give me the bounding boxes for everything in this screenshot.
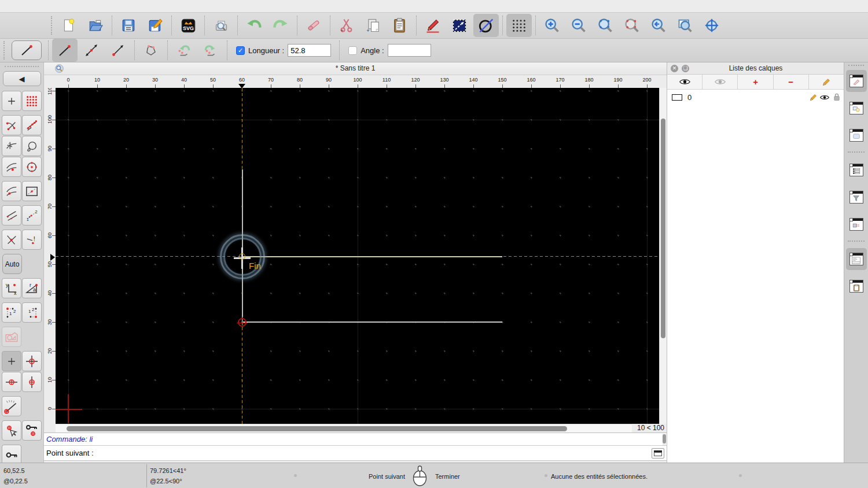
- snap-endpoints-button[interactable]: [2, 115, 21, 135]
- toolbar-handle[interactable]: [3, 41, 6, 60]
- zoom-out-button[interactable]: [566, 14, 591, 37]
- toolbar-separator: [339, 40, 340, 60]
- snap-center-button[interactable]: [22, 157, 42, 177]
- line-both-directions-button[interactable]: [79, 39, 104, 62]
- snap-distance-button[interactable]: [2, 181, 21, 201]
- snap-free-button[interactable]: [2, 91, 21, 111]
- redo-button[interactable]: [268, 14, 293, 37]
- restrict-orthogonal-button[interactable]: 12: [22, 205, 42, 225]
- snap-grid-button[interactable]: [22, 91, 42, 111]
- delete-button[interactable]: [301, 14, 326, 37]
- coordinate-polar-button[interactable]: ra: [22, 278, 42, 298]
- keyboard-toggle-button[interactable]: [652, 448, 664, 459]
- restrict-nothing-button[interactable]: [2, 327, 21, 347]
- restrict-horizontal-button[interactable]: [2, 372, 21, 392]
- layer-visible-icon[interactable]: [819, 93, 830, 102]
- relzero-free-button[interactable]: [2, 351, 21, 371]
- corner-order-1-button[interactable]: 12: [2, 302, 21, 323]
- palette-handle[interactable]: [5, 66, 39, 69]
- new-file-button[interactable]: [56, 14, 82, 37]
- cut-button[interactable]: +: [334, 14, 359, 37]
- zoom-auto-button[interactable]: [593, 14, 618, 37]
- redo-segment-button[interactable]: [198, 39, 223, 62]
- entity-line-upper[interactable]: [242, 256, 502, 257]
- draft-mode-button[interactable]: [473, 14, 499, 37]
- save-button[interactable]: [116, 14, 141, 37]
- close-polyline-button[interactable]: [138, 39, 164, 62]
- coordinate-cartesian-button[interactable]: yx: [2, 278, 21, 298]
- toggle-block-list-button[interactable]: [846, 97, 867, 119]
- angle-input[interactable]: [388, 44, 431, 57]
- toggle-clipboard-widget-button[interactable]: [846, 275, 867, 297]
- print-preview-button[interactable]: [208, 14, 234, 37]
- grid-toggle-button[interactable]: [506, 14, 532, 37]
- length-input[interactable]: [288, 44, 331, 57]
- snap-intersection-manual-button[interactable]: !: [22, 230, 42, 250]
- snap-intersection-button[interactable]: [2, 230, 21, 250]
- hide-all-layers-button[interactable]: [703, 75, 738, 89]
- open-file-button[interactable]: [83, 14, 108, 37]
- scrollbar-thumb[interactable]: [661, 119, 665, 338]
- lock-relative-button[interactable]: [22, 420, 42, 441]
- zoom-window-button[interactable]: [672, 14, 698, 37]
- layer-edit-icon[interactable]: [808, 93, 818, 102]
- undo-segment-button[interactable]: [171, 39, 197, 62]
- order-button[interactable]: [447, 14, 472, 37]
- zoom-back-button[interactable]: [646, 14, 671, 37]
- select-relative-button[interactable]: [2, 420, 21, 441]
- palette-back-button[interactable]: ◀: [3, 71, 41, 86]
- entity-line-lower[interactable]: [242, 321, 502, 323]
- svg-export-button[interactable]: SVG: [175, 14, 201, 37]
- scrollbar-thumb[interactable]: [67, 426, 567, 431]
- vertical-scrollbar[interactable]: [659, 88, 667, 424]
- layer-lock-icon[interactable]: [832, 93, 842, 102]
- paste-button[interactable]: [387, 14, 413, 37]
- horizontal-scrollbar[interactable]: [56, 424, 632, 432]
- toolbar-handle[interactable]: [848, 65, 864, 67]
- restrict-parallel-button[interactable]: [2, 205, 21, 225]
- ruler-label: 40: [44, 279, 56, 308]
- undo-button[interactable]: [241, 14, 267, 37]
- remove-layer-button[interactable]: −: [774, 75, 809, 89]
- toolbar-handle[interactable]: [51, 16, 53, 35]
- angle-gauge-button[interactable]: [2, 396, 21, 416]
- pen-button[interactable]: [420, 14, 446, 37]
- drawing-canvas[interactable]: Fin: [56, 88, 659, 424]
- add-layer-button[interactable]: +: [738, 75, 773, 89]
- line-one-direction-button[interactable]: [105, 39, 131, 62]
- toggle-list-widget-button[interactable]: [846, 159, 867, 181]
- line-two-points-button[interactable]: [52, 39, 78, 62]
- edit-layer-button[interactable]: [809, 75, 844, 89]
- toolbar-separator: [416, 16, 417, 35]
- snap-middle-button[interactable]: [2, 157, 21, 177]
- show-all-layers-button[interactable]: [667, 75, 703, 89]
- command-scrollbar[interactable]: [663, 434, 666, 445]
- relzero-set-button[interactable]: [22, 351, 42, 371]
- zoom-pan-button[interactable]: [699, 14, 724, 37]
- snap-point-button[interactable]: [22, 136, 42, 156]
- length-checkbox[interactable]: ✓: [236, 46, 245, 55]
- document-titlebar[interactable]: * Sans titre 1: [44, 62, 667, 75]
- command-history[interactable]: Commande: li: [44, 432, 667, 446]
- corner-order-2-button[interactable]: 12: [22, 302, 42, 323]
- toggle-command-widget-button[interactable]: [846, 248, 867, 270]
- angle-checkbox[interactable]: [348, 46, 357, 55]
- toggle-library-browser-button[interactable]: [846, 124, 867, 146]
- layer-color-swatch[interactable]: [672, 94, 682, 101]
- snap-auto-button[interactable]: Auto: [2, 254, 22, 274]
- snap-on-entity-button[interactable]: [22, 115, 42, 135]
- zoom-in-button[interactable]: [539, 14, 565, 37]
- zoom-previous-button[interactable]: [619, 14, 645, 37]
- toggle-pen-palette-button[interactable]: [846, 213, 867, 235]
- copy-button[interactable]: +: [361, 14, 386, 37]
- toggle-layer-list-button[interactable]: [846, 70, 867, 92]
- current-tool-button[interactable]: [12, 40, 42, 60]
- layer-row[interactable]: 0: [667, 91, 844, 103]
- snap-restrict-button[interactable]: [22, 181, 42, 201]
- lock-position-button[interactable]: [2, 445, 21, 465]
- toggle-filter-widget-button[interactable]: [846, 186, 867, 208]
- command-line[interactable]: Point suivant :: [44, 446, 667, 461]
- save-as-button[interactable]: [142, 14, 168, 37]
- snap-tangent-button[interactable]: [2, 136, 21, 156]
- restrict-vertical-button[interactable]: [22, 372, 42, 392]
